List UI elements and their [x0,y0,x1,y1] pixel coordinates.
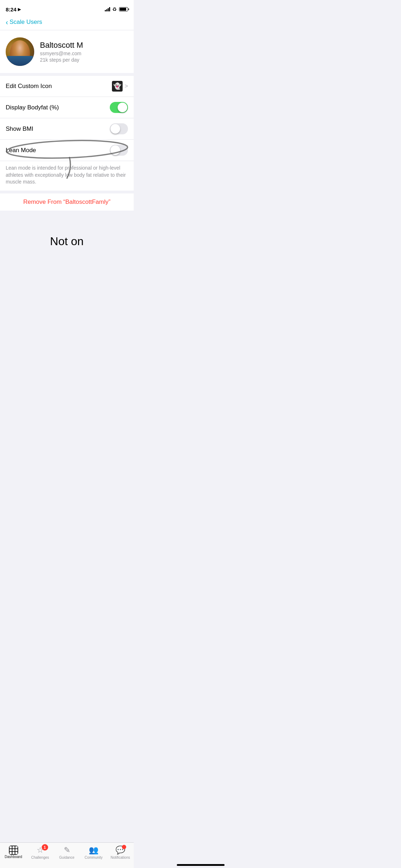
edit-custom-icon-label: Edit Custom Icon [6,83,52,90]
nav-bar: ‹ Scale Users [0,16,134,30]
signal-icon [105,7,110,11]
back-button[interactable]: ‹ Scale Users [6,19,128,26]
not-on-section: Not on [0,213,134,269]
avatar [6,37,34,66]
lean-mode-section: Lean Mode Lean mode is intended for prof… [0,140,134,191]
lean-mode-row: Lean Mode [0,140,134,161]
profile-info: Baltoscott M ssmyers@me.com 21k steps pe… [40,41,83,63]
link-icon: ♻ [112,6,117,12]
show-bmi-toggle[interactable] [110,123,128,134]
lean-mode-label: Lean Mode [6,147,36,154]
display-bodyfat-label: Display Bodyfat (%) [6,104,59,111]
back-chevron-icon: ‹ [6,19,8,26]
profile-steps: 21k steps per day [40,57,83,63]
edit-custom-icon-row[interactable]: Edit Custom Icon 👻 > [0,76,134,97]
display-bodyfat-toggle[interactable] [110,102,128,113]
display-bodyfat-row: Display Bodyfat (%) [0,97,134,118]
not-on-text: Not on [50,235,83,248]
status-bar: 8:24 ▶ ♻ [0,0,134,16]
lean-mode-toggle[interactable] [110,145,128,156]
back-label: Scale Users [10,19,42,26]
remove-section: Remove From “BaltoscottFamly” [0,193,134,211]
status-icons: ♻ [105,6,128,12]
show-bmi-label: Show BMI [6,125,33,133]
lean-mode-description-row: Lean mode is intended for professional o… [0,161,134,191]
profile-name: Baltoscott M [40,41,83,50]
chevron-right-icon: > [125,83,128,89]
remove-button[interactable]: Remove From “BaltoscottFamly” [0,193,134,211]
profile-section: Baltoscott M ssmyers@me.com 21k steps pe… [0,30,134,73]
time-display: 8:24 [6,6,16,12]
remove-button-label: Remove From “BaltoscottFamly” [23,198,110,205]
custom-icon-preview: 👻 [112,81,123,92]
lean-mode-description: Lean mode is intended for professional o… [6,165,128,186]
status-time: 8:24 ▶ [6,6,21,12]
location-icon: ▶ [18,7,21,12]
battery-icon [119,7,128,11]
edit-custom-icon-right: 👻 > [112,81,128,92]
profile-email: ssmyers@me.com [40,51,83,56]
settings-group: Edit Custom Icon 👻 > Display Bodyfat (%)… [0,76,134,191]
show-bmi-row: Show BMI [0,118,134,140]
